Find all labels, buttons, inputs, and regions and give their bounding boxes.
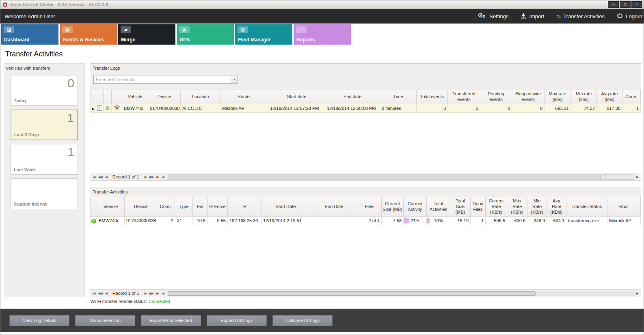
nav-tile-reports[interactable]: ◔ Reports	[294, 24, 351, 45]
transfer-activities-button[interactable]: ↑↓ Transfer Activities	[556, 13, 605, 19]
pager-prev-button[interactable]: ◀	[105, 175, 107, 179]
column-header-min-rate[interactable]: Min Rate (KB/s)	[527, 197, 547, 217]
expand-row-button[interactable]: +	[97, 105, 102, 111]
hscroll-left-button[interactable]: ◀	[162, 292, 164, 295]
column-header-router[interactable]: Router	[220, 90, 268, 104]
log-avg-rate: 517.30	[597, 104, 622, 112]
log-min-rate: 74.37	[571, 104, 597, 112]
pager-next-page-button[interactable]: ▶▶	[149, 292, 153, 295]
hscroll-left-button[interactable]: ◀	[162, 175, 164, 179]
transfer-activity-row[interactable]: BMW740i 017040000038 2 X1 10.8 0.55 192.…	[91, 217, 641, 225]
show-selection-button[interactable]: Show Selection	[75, 315, 135, 326]
minimize-button[interactable]: ─	[608, 1, 619, 8]
import-button[interactable]: Import	[521, 13, 544, 20]
column-header-total-activities[interactable]: Total Activities	[427, 197, 450, 217]
gps-pin-icon: ◉	[179, 26, 190, 33]
column-header-skipped-wire-events[interactable]: Skipped wire events	[512, 90, 545, 104]
logout-button[interactable]: Logout	[617, 13, 642, 20]
transfer-activities-title: Transfer Activities	[93, 189, 638, 194]
activity-end-date	[310, 217, 358, 225]
pager-last-button[interactable]: ▶|	[156, 292, 159, 295]
nav-tile-dashboard[interactable]: ◪ Dashboard	[1, 24, 58, 45]
column-header-conn[interactable]: Conn.	[157, 197, 175, 217]
nav-tile-merge[interactable]: ▰ Merge	[118, 24, 175, 45]
pager-first-button[interactable]: |◀	[93, 175, 95, 179]
column-header-good-files[interactable]: Good Files	[471, 197, 486, 217]
pager-next-button[interactable]: ▶	[145, 175, 147, 179]
log-conn: 1	[622, 104, 641, 112]
horizontal-scrollbar[interactable]	[167, 174, 633, 180]
scrollbar-thumb[interactable]	[168, 175, 601, 179]
column-header-transfer-status[interactable]: Transfer Status	[566, 197, 607, 217]
search-input[interactable]	[94, 75, 231, 83]
export-print-selected-button[interactable]: Export/Print Selected	[141, 315, 201, 326]
maximize-button[interactable]: □	[620, 1, 631, 8]
column-header-time[interactable]: Time	[380, 90, 417, 104]
column-header-router[interactable]: Rout	[607, 197, 641, 217]
panel-splitter[interactable]: ·······	[90, 182, 641, 186]
column-header-current-activity[interactable]: Current Activity	[404, 197, 427, 217]
logs-header-expand	[96, 90, 104, 104]
view-log-details-button[interactable]: View Log Details	[9, 315, 69, 326]
pager-next-button[interactable]: ▶	[145, 292, 147, 295]
nav-tiles: ◪ Dashboard ▦ Events & Reviews ▰ Merge ◉…	[1, 24, 351, 45]
transfer-log-row[interactable]: ▶ + ⚙ BMW740i 017040000038 Al CC 3.0 Mik…	[91, 104, 641, 112]
nav-tile-events-reviews[interactable]: ▦ Events & Reviews	[60, 24, 117, 45]
column-header-conn[interactable]: Conn.	[622, 90, 641, 104]
close-button[interactable]: ×	[631, 1, 642, 8]
column-header-vehicle[interactable]: Vehicle	[122, 90, 148, 104]
column-header-end-date[interactable]: End Date	[310, 197, 358, 217]
column-header-location[interactable]: Location	[181, 90, 220, 104]
column-header-start-date[interactable]: Start Date	[261, 197, 310, 217]
horizontal-scrollbar[interactable]	[167, 291, 633, 296]
column-header-avg-rate[interactable]: Avg Rate (KB/s)	[547, 197, 566, 217]
fleet-manager-label: Fleet Manager	[238, 37, 271, 43]
log-skipped-wire-events: 0	[512, 104, 545, 112]
activity-fw: 10.8	[193, 217, 207, 225]
column-header-total-size[interactable]: Total Size (MB)	[450, 197, 471, 217]
column-header-start-date[interactable]: Start date	[268, 90, 325, 104]
filter-card-custom-interval[interactable]: Custom Interval	[11, 178, 78, 209]
hscroll-right-button[interactable]: ▶	[636, 175, 638, 179]
column-header-max-rate[interactable]: Max rate (kbs)	[545, 90, 571, 104]
column-header-fw[interactable]: Fw	[193, 197, 207, 217]
activity-start-date: 12/19/2014 2:19:51 ...	[261, 217, 310, 225]
collapse-all-logs-button[interactable]: Collapse All Logs	[272, 315, 333, 326]
pager-first-button[interactable]: |◀	[93, 292, 95, 295]
activity-current-size: 7.53	[382, 217, 404, 225]
column-header-min-rate[interactable]: Min rate (kbs)	[571, 90, 597, 104]
column-header-vehicle[interactable]: Vehicle	[97, 197, 125, 217]
column-header-g-force[interactable]: G-Force	[207, 197, 228, 217]
column-header-type[interactable]: Type	[175, 197, 193, 217]
column-header-avg-rate[interactable]: Avg rate (kbs)	[597, 90, 622, 104]
filter-card-last-week[interactable]: 1 Last Week	[11, 144, 78, 175]
column-header-device[interactable]: Device	[148, 90, 181, 104]
filter-card-today[interactable]: 0 Today	[11, 75, 78, 106]
settings-button[interactable]: ⚙ ⚙ Settings	[478, 13, 508, 20]
column-header-current-size[interactable]: Current Size (MB)	[382, 197, 404, 217]
column-header-end-date[interactable]: End date	[325, 90, 380, 104]
nav-tile-gps[interactable]: ◉ GPS	[177, 24, 234, 45]
column-header-transferred-events[interactable]: Transferred events	[448, 90, 480, 104]
hscroll-right-button[interactable]: ▶	[636, 292, 638, 295]
wifi-status-label: Wi-Fi transfer remote status:	[91, 299, 147, 304]
expand-all-logs-button[interactable]: Expand All Logs	[207, 315, 267, 326]
pager-prev-button[interactable]: ◀	[105, 292, 107, 295]
pager-next-page-button[interactable]: ▶▶	[149, 175, 153, 179]
column-header-total-events[interactable]: Total events	[417, 90, 448, 104]
column-header-current-rate[interactable]: Current Rate (KB/s)	[486, 197, 507, 217]
column-header-files[interactable]: Files	[358, 197, 382, 217]
transfer-activities-table: Vehicle Device Conn. Type Fw G-Force IP …	[90, 197, 641, 225]
column-header-device[interactable]: Device	[125, 197, 157, 217]
column-header-ip[interactable]: IP	[228, 197, 261, 217]
pager-prev-page-button[interactable]: ◀◀	[98, 292, 102, 295]
search-dropdown-button[interactable]: ▼	[231, 75, 238, 83]
pager-prev-page-button[interactable]: ◀◀	[98, 175, 102, 179]
pager-last-button[interactable]: ▶|	[156, 175, 159, 179]
nav-tile-fleet-manager[interactable]: ▥ Fleet Manager	[235, 24, 292, 45]
filter-card-last-3-days[interactable]: 1 Last 3 Days	[11, 110, 78, 140]
scrollbar-thumb[interactable]	[168, 291, 536, 296]
column-header-max-rate[interactable]: Max Rate (KB/s)	[507, 197, 527, 217]
activity-good-files: 1	[471, 217, 486, 225]
column-header-pending-events[interactable]: Pending events	[480, 90, 512, 104]
